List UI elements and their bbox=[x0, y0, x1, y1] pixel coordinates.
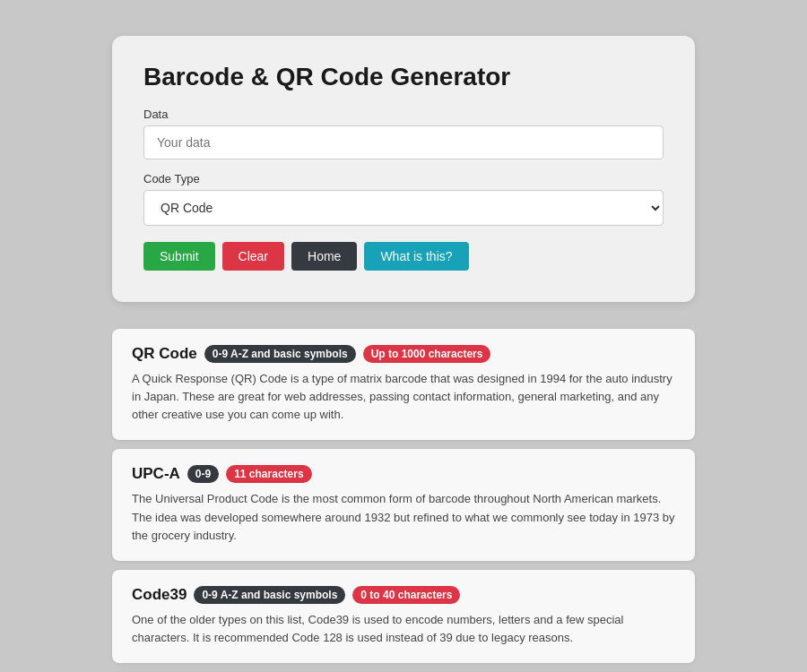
data-input[interactable] bbox=[143, 125, 664, 159]
info-card: UPC-A 0-911 characters The Universal Pro… bbox=[112, 449, 695, 560]
badge: Up to 1000 characters bbox=[363, 345, 491, 363]
home-button[interactable]: Home bbox=[291, 242, 357, 271]
badge: 0-9 A-Z and basic symbols bbox=[194, 586, 345, 604]
info-card-header: UPC-A 0-911 characters bbox=[132, 465, 675, 483]
info-card-header: Code39 0-9 A-Z and basic symbols0 to 40 … bbox=[132, 586, 675, 604]
button-row: Submit Clear Home What is this? bbox=[143, 242, 664, 271]
badge: 11 characters bbox=[226, 465, 311, 483]
info-section: QR Code 0-9 A-Z and basic symbolsUp to 1… bbox=[112, 329, 695, 672]
clear-button[interactable]: Clear bbox=[222, 242, 284, 271]
code-type-label: Code Type bbox=[143, 172, 664, 185]
info-card-header: QR Code 0-9 A-Z and basic symbolsUp to 1… bbox=[132, 345, 675, 363]
badge: 0-9 bbox=[187, 465, 219, 483]
info-card-name: Code39 bbox=[132, 586, 187, 604]
badge: 0 to 40 characters bbox=[352, 586, 460, 604]
info-card: Code39 0-9 A-Z and basic symbols0 to 40 … bbox=[112, 570, 695, 663]
info-card-description: The Universal Product Code is the most c… bbox=[132, 490, 675, 544]
badge: 0-9 A-Z and basic symbols bbox=[204, 345, 356, 363]
data-label: Data bbox=[143, 108, 664, 121]
code-type-select[interactable]: QR Code UPC-A Code39 Code128 EAN-2 bbox=[143, 190, 664, 226]
info-card: QR Code 0-9 A-Z and basic symbolsUp to 1… bbox=[112, 329, 695, 440]
info-card-description: One of the older types on this list, Cod… bbox=[132, 611, 675, 647]
what-is-this-button[interactable]: What is this? bbox=[364, 242, 468, 271]
info-card-name: UPC-A bbox=[132, 465, 180, 483]
submit-button[interactable]: Submit bbox=[143, 242, 215, 271]
page-title: Barcode & QR Code Generator bbox=[143, 63, 664, 91]
info-card-name: QR Code bbox=[132, 345, 197, 363]
form-card: Barcode & QR Code Generator Data Code Ty… bbox=[112, 36, 695, 302]
info-card-description: A Quick Response (QR) Code is a type of … bbox=[132, 370, 675, 424]
